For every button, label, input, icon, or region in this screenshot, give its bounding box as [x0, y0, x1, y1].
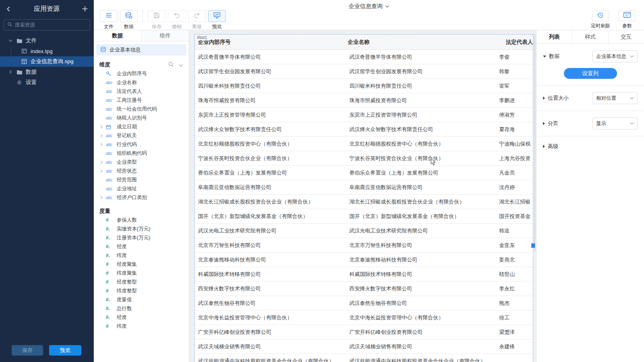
table-row[interactable]: 武汉天域梯业销售有限公司 武汉天域梯业销售有限公司 余建锋	[195, 339, 533, 354]
expand-chevron-icon[interactable]	[100, 125, 106, 129]
file-button[interactable]: 文件	[99, 10, 119, 30]
column-header[interactable]: 企业名称	[345, 39, 503, 46]
measure-field[interactable]: # 经度聚集	[94, 260, 189, 269]
canvas-scrollbar[interactable]	[533, 30, 536, 362]
measure-field[interactable]: #. 注册资本(万元)	[94, 233, 189, 242]
dimension-field[interactable]: abc 统一社会信用代码	[94, 105, 189, 113]
table-row[interactable]: 北京中海长益投资管理中心（有限合伙） 北京中海长益投资管理中心（有限合伙） 徐工	[195, 311, 533, 325]
table-row[interactable]: 珠海市恒威投资有限公司 珠海市恒威投资有限公司 李鹏进	[195, 93, 533, 108]
tree-item-settings[interactable]: 设置	[0, 77, 94, 88]
table-row[interactable]: 国开（北京）新型城镇化发展基金（有限合伙） 国开（北京）新型城镇化发展基金（有限…	[195, 209, 533, 224]
tree-item-spg[interactable]: 企业信息查询.spg	[0, 56, 94, 67]
table-row[interactable]: 赛伯乐众界置业（上海）发展有限公司 赛伯乐众界置业（上海）发展有限公司 凡金亮	[195, 166, 533, 180]
list-component[interactable]: #list1 企业内部序号 企业名称 法定代表人 武汉奇普微半导体有限公司 武汉…	[194, 34, 533, 362]
tree-item-files[interactable]: 文件	[0, 35, 94, 46]
search-icon[interactable]	[168, 62, 174, 68]
measure-field[interactable]: #. 纬度	[94, 251, 189, 260]
dimension-field[interactable]: 企业内部序号	[94, 69, 189, 78]
dataset-select[interactable]: 企业基本信息	[592, 50, 638, 62]
search-input[interactable]	[15, 22, 87, 28]
expand-chevron-icon[interactable]	[100, 134, 106, 138]
tab-interaction[interactable]: 交互	[609, 30, 644, 43]
document-title[interactable]: 企业信息查询	[94, 3, 644, 10]
measure-field[interactable]: # 纬度整型	[94, 286, 189, 295]
tree-item-data[interactable]: 数据	[0, 67, 94, 77]
expand-chevron-icon[interactable]	[100, 169, 106, 173]
measure-field[interactable]: # 经度整型	[94, 278, 189, 286]
dimension-field[interactable]: abc 经营范围	[94, 175, 189, 184]
dimension-field[interactable]: abc 行业代码	[94, 140, 189, 149]
table-row[interactable]: 武汉留学生创业园发展有限公司 武汉留学生创业园发展有限公司 韩黎	[195, 64, 533, 79]
scrollbar-thumb[interactable]	[534, 34, 536, 251]
save-toolbar-button[interactable]: 保存	[147, 10, 167, 30]
dimension-field[interactable]: abc 企业名称	[94, 78, 189, 87]
position-section-toggle[interactable]: 位置大小	[543, 95, 569, 102]
table-row[interactable]: 阜南鹿云亚信数据运营有限公司 阜南鹿云亚信数据运营有限公司 沈丹婷	[195, 180, 533, 195]
table-row[interactable]: 武汉菲能源通中兴科技股权投资基金合伙企业（有限合伙） 武汉菲能源通中兴科技股权投…	[195, 354, 533, 362]
column-header[interactable]: 法定代表人	[503, 39, 533, 46]
table-row[interactable]: 武汉奇普微半导体有限公司 武汉奇普微半导体有限公司 李俊	[195, 50, 533, 64]
measure-field[interactable]: #. 经度	[94, 313, 189, 322]
tab-components[interactable]: 组件	[142, 30, 189, 41]
table-row[interactable]: 北京红杉顺德股权投资中心（有限合伙） 北京红杉顺德股权投资中心（有限合伙） 宁波…	[195, 137, 533, 151]
dimension-field[interactable]: abc 经济户口类别	[94, 193, 189, 202]
table-row[interactable]: 四川银米科技有限责任公司 四川银米科技有限责任公司 雷军	[195, 79, 533, 93]
add-resource-icon[interactable]	[82, 6, 88, 12]
measure-field[interactable]: #. 实缴资本(万元)	[94, 224, 189, 233]
preview-button[interactable]: 预览	[49, 345, 81, 356]
resize-handle[interactable]	[531, 243, 535, 248]
measure-field[interactable]: # 纬度聚集	[94, 269, 189, 278]
dimension-field[interactable]: 成立日期	[94, 122, 189, 131]
chevron-down-icon[interactable]	[8, 39, 13, 42]
dimension-field[interactable]: abc 纳税人识别号	[94, 113, 189, 122]
table-row[interactable]: 科威国际技术转移有限公司 科威国际技术转移有限公司 嵇世山	[195, 267, 533, 282]
dimension-field[interactable]: abc 工商注册号	[94, 96, 189, 105]
table-row[interactable]: 宁波长谷英时投资合伙企业（有限合伙） 宁波长谷英时投资合伙企业（有限合伙） 上海…	[195, 151, 533, 166]
expand-chevron-icon[interactable]	[100, 196, 106, 200]
chevron-down-icon[interactable]	[179, 62, 183, 68]
table-row[interactable]: 西安烽火数字技术有限公司 西安烽火数字技术有限公司 李永红	[195, 282, 533, 296]
tree-item-index-tpg[interactable]: index.tpg	[0, 46, 94, 56]
preview-toolbar-button[interactable]: 预览	[207, 10, 227, 30]
tab-list[interactable]: 列表	[537, 30, 572, 43]
dimension-field[interactable]: abc 法定代表人	[94, 87, 189, 96]
paging-select[interactable]: 显示	[592, 117, 638, 130]
table-row[interactable]: 北京泰迪熊移动科技有限公司 北京泰迪熊移动科技有限公司 姜燕北	[195, 253, 533, 267]
search-box[interactable]	[4, 19, 90, 31]
measure-field[interactable]: # 纬度	[94, 322, 189, 331]
dimension-field[interactable]: abc 经营状态	[94, 167, 189, 175]
chevron-right-icon[interactable]	[8, 70, 13, 74]
table-row[interactable]: 广安开科亿峰创业投资有限公司 广安开科亿峰创业投资有限公司 梁楚泽	[195, 325, 533, 339]
tab-style[interactable]: 样式	[572, 30, 608, 43]
params-button[interactable]: x= 参数	[616, 10, 638, 29]
column-header[interactable]: 企业内部序号	[195, 39, 345, 46]
measure-field[interactable]: #. 经度	[94, 242, 189, 251]
dataset-item[interactable]: 企业基本信息	[96, 44, 186, 56]
tab-data[interactable]: 数据	[94, 30, 142, 41]
position-select[interactable]: 相对位置	[592, 92, 638, 104]
paging-section-toggle[interactable]: 分页	[543, 120, 558, 127]
back-icon[interactable]	[6, 6, 12, 12]
set-columns-button[interactable]: 设置列	[564, 68, 617, 79]
measure-field[interactable]: # 参保人数	[94, 216, 189, 224]
data-button[interactable]: 数据	[119, 10, 139, 30]
table-row[interactable]: 东莞市上正投资管理有限公司 东莞市上正投资管理有限公司 傅淑芳	[195, 108, 533, 122]
undo-button[interactable]: 撤销	[167, 10, 187, 30]
dimension-field[interactable]: abc 企业类型	[94, 158, 189, 167]
measure-field[interactable]: #. 度量值	[94, 295, 189, 304]
redo-button[interactable]: 重做	[187, 10, 207, 30]
table-row[interactable]: 武汉烽火众智数字技术有限责任公司 武汉烽火众智数字技术有限责任公司 夏存海	[195, 122, 533, 137]
dimension-field[interactable]: abc 登记机关	[94, 131, 189, 140]
dimension-field[interactable]: abc 企业地址	[94, 184, 189, 193]
advanced-section-toggle[interactable]: 高级	[543, 143, 558, 150]
table-row[interactable]: 武汉泰然生物谷有限公司 武汉泰然生物谷有限公司 熊杰	[195, 296, 533, 311]
design-canvas[interactable]: #list1 企业内部序号 企业名称 法定代表人 武汉奇普微半导体有限公司 武汉…	[189, 30, 536, 362]
timed-refresh-button[interactable]: 定时刷新	[589, 10, 612, 29]
expand-chevron-icon[interactable]	[100, 143, 106, 146]
table-row[interactable]: 北京市万智生科技有限公司 北京市万智生科技有限公司 金亚东	[195, 238, 533, 253]
measure-field[interactable]: #. 总行数	[94, 304, 189, 313]
dimension-field[interactable]: abc 组织机构代码	[94, 149, 189, 158]
expand-chevron-icon[interactable]	[100, 160, 106, 164]
save-button[interactable]: 保存	[12, 345, 43, 356]
table-row[interactable]: 湖北长江招银成长股权投资合伙企业（有限合伙） 湖北长江招银成长股权投资合伙企业（…	[195, 195, 533, 209]
